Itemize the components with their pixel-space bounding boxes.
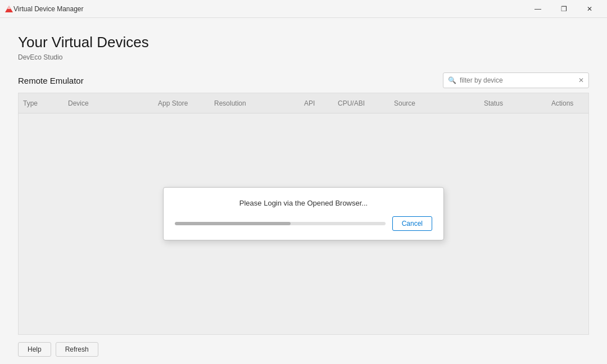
search-box: 🔍 ✕ (443, 72, 589, 88)
cancel-button[interactable]: Cancel (392, 216, 432, 231)
section-title: Remote Emulator (18, 76, 84, 85)
titlebar-title: Virtual Device Manager (13, 5, 525, 13)
refresh-button[interactable]: Refresh (56, 342, 98, 357)
app-icon (4, 4, 13, 13)
minimize-button[interactable]: — (525, 0, 551, 18)
search-icon: 🔍 (448, 76, 456, 84)
titlebar: Virtual Device Manager — ❐ ✕ (0, 0, 607, 18)
titlebar-controls: — ❐ ✕ (525, 0, 603, 18)
footer: Help Refresh (18, 335, 589, 364)
page-subtitle: DevEco Studio (18, 53, 589, 61)
search-clear-icon[interactable]: ✕ (578, 76, 584, 84)
svg-marker-1 (7, 6, 11, 9)
modal-overlay: Please Login via the Opened Browser... C… (19, 93, 588, 334)
modal-progress-row: Cancel (175, 216, 432, 231)
section-header: Remote Emulator 🔍 ✕ (18, 72, 589, 88)
login-dialog: Please Login via the Opened Browser... C… (163, 187, 444, 240)
help-button[interactable]: Help (18, 342, 51, 357)
close-button[interactable]: ✕ (577, 0, 603, 18)
page-title: Your Virtual Devices (18, 34, 589, 51)
progress-bar (175, 222, 291, 225)
progress-bar-container (175, 222, 386, 225)
main-content: Your Virtual Devices DevEco Studio Remot… (0, 18, 607, 364)
device-table: Type Device App Store Resolution API CPU… (18, 93, 589, 335)
modal-message: Please Login via the Opened Browser... (175, 199, 432, 207)
search-input[interactable] (460, 76, 578, 84)
restore-button[interactable]: ❐ (551, 0, 577, 18)
